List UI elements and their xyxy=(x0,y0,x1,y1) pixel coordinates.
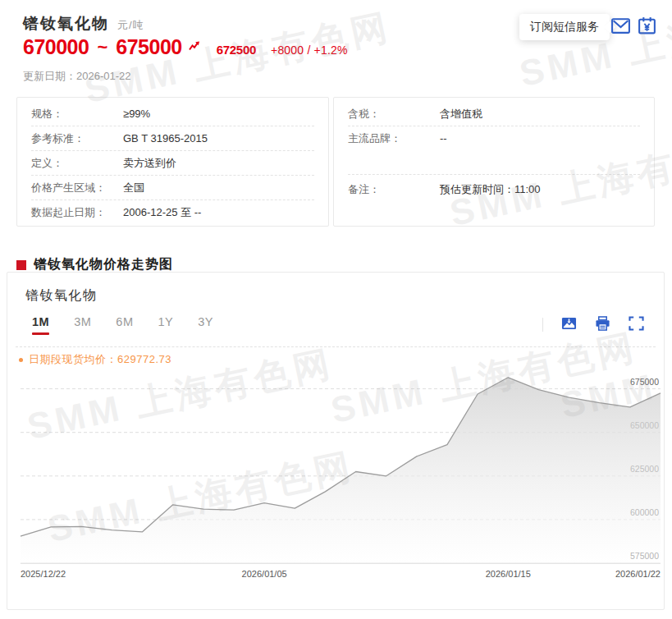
x-axis-label: 2025/12/22 xyxy=(21,569,66,579)
mail-icon[interactable] xyxy=(610,16,631,39)
info-spacer xyxy=(348,150,640,175)
info-value: ≥99% xyxy=(123,108,150,120)
info-label: 参考标准： xyxy=(31,131,123,146)
info-label: 备注： xyxy=(348,182,440,197)
price-trend-card: 镨钕氧化物 1M3M6M1Y3Y 日期段现货均价：629772.73 57500… xyxy=(7,272,665,610)
price-trend-chart[interactable]: 5750006000006250006500006750002025/12/22… xyxy=(17,366,664,588)
info-value: 全国 xyxy=(123,181,144,195)
price-high: 675000 xyxy=(116,36,181,59)
chart-title: 镨钕氧化物 xyxy=(25,287,98,305)
y-axis-label: 675000 xyxy=(630,377,659,387)
spec-info-box: 规格：≥99%参考标准：GB T 31965-2015定义：卖方送到价价格产生区… xyxy=(16,97,329,227)
info-row: 价格产生区域：全国 xyxy=(31,176,314,200)
price-unit: 元/吨 xyxy=(117,18,144,33)
price-low: 670000 xyxy=(23,36,89,59)
info-value: GB T 31965-2015 xyxy=(123,132,208,144)
info-value: 预估更新时间：11:00 xyxy=(440,182,541,197)
time-range-tabs: 1M3M6M1Y3Y xyxy=(32,315,238,333)
x-axis-label: 2026/01/15 xyxy=(486,569,531,579)
info-row: 主流品牌：-- xyxy=(348,126,640,150)
printer-icon[interactable] xyxy=(595,316,610,331)
section-bullet-icon xyxy=(16,260,26,270)
info-row: 含税：含增值税 xyxy=(348,102,640,126)
product-name: 镨钕氧化物 xyxy=(23,13,109,34)
tab-3y[interactable]: 3Y xyxy=(198,315,213,333)
tab-1y[interactable]: 1Y xyxy=(158,315,173,333)
x-axis-label: 2026/01/22 xyxy=(615,569,661,579)
tab-6m[interactable]: 6M xyxy=(116,315,133,333)
tax-info-box: 含税：含增值税主流品牌：--备注：预估更新时间：11:00 xyxy=(333,97,655,227)
tab-1m[interactable]: 1M xyxy=(32,315,49,333)
price-range-separator: ~ xyxy=(97,37,107,58)
info-label: 价格产生区域： xyxy=(31,181,123,195)
info-row: 数据起止日期：2006-12-25 至 -- xyxy=(31,200,314,224)
chart-legend: 日期段现货均价：629772.73 xyxy=(19,352,171,367)
info-value: 卖方送到价 xyxy=(123,156,176,171)
legend-separator xyxy=(16,346,656,347)
info-value: 含增值税 xyxy=(440,107,482,122)
product-header: 镨钕氧化物 元/吨 xyxy=(23,13,144,34)
legend-dot-icon xyxy=(19,358,23,362)
update-date: 更新日期：2026-01-22 xyxy=(23,69,131,84)
info-row: 定义：卖方送到价 xyxy=(31,151,314,176)
price-area xyxy=(21,378,661,563)
info-label: 主流品牌： xyxy=(348,131,440,146)
section-title: 镨钕氧化物价格走势图 xyxy=(34,256,173,273)
legend-label: 日期段现货均价：629772.73 xyxy=(29,352,171,367)
save-image-icon[interactable] xyxy=(561,316,577,331)
tab-3m[interactable]: 3M xyxy=(74,315,91,333)
info-label: 数据起止日期： xyxy=(31,205,123,220)
info-label: 规格： xyxy=(31,107,123,122)
trend-up-icon xyxy=(189,39,200,54)
x-axis-label: 2026/01/05 xyxy=(242,569,287,579)
price-alert-icon[interactable] xyxy=(637,16,657,39)
average-price: 672500 xyxy=(217,43,256,57)
chart-toolbar xyxy=(561,316,644,331)
fullscreen-icon[interactable] xyxy=(629,316,644,331)
toolbar-divider xyxy=(542,318,543,332)
subscribe-sms-button[interactable]: 订阅短信服务 xyxy=(519,14,610,40)
info-label: 含税： xyxy=(348,107,440,122)
info-value: 2006-12-25 至 -- xyxy=(123,205,201,220)
info-row: 参考标准：GB T 31965-2015 xyxy=(31,126,314,151)
subscribe-sms-label: 订阅短信服务 xyxy=(530,20,599,33)
price-change: +8000 / +1.2% xyxy=(271,44,348,57)
info-row: 备注：预估更新时间：11:00 xyxy=(348,175,640,222)
section-header: 镨钕氧化物价格走势图 xyxy=(16,256,173,273)
price-row: 670000 ~ 675000 672500 +8000 / +1.2% xyxy=(23,36,348,59)
info-label: 定义： xyxy=(31,156,123,171)
info-value: -- xyxy=(440,132,447,144)
info-row: 规格：≥99% xyxy=(31,102,314,126)
